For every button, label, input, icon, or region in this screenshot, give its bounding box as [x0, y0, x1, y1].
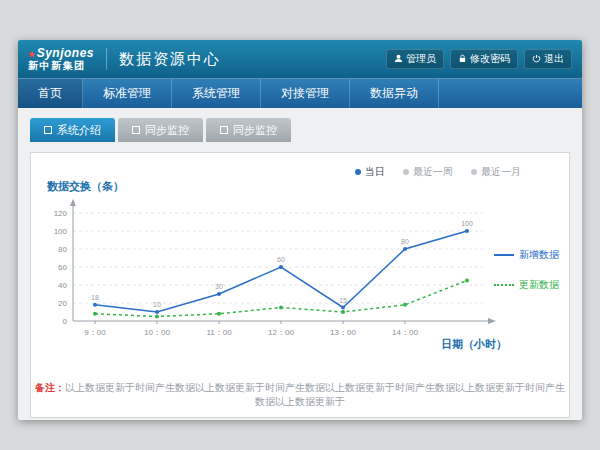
admin-button-label: 管理员 — [406, 52, 436, 66]
svg-text:40: 40 — [58, 281, 67, 290]
svg-text:14：00: 14：00 — [392, 328, 418, 337]
tab-sync-monitor-2[interactable]: 同步监控 — [206, 118, 291, 142]
series-label: 新增数据 — [519, 248, 559, 262]
footnote-text: 以上数据更新于时间产生数据以上数据更新于时间产生数据以上数据更新于时间产生数据以… — [65, 382, 565, 407]
svg-text:13：00: 13：00 — [330, 328, 356, 337]
logo-subtitle: 新中新集团 — [28, 61, 94, 71]
header-actions: 管理员 修改密码 退出 — [386, 49, 572, 69]
user-icon — [394, 54, 403, 65]
logout-label: 退出 — [544, 52, 564, 66]
period-label: 最近一周 — [413, 165, 453, 179]
change-password-label: 修改密码 — [470, 52, 510, 66]
svg-text:20: 20 — [58, 299, 67, 308]
grid-icon — [44, 126, 52, 134]
series-legend: 新增数据 更新数据 — [494, 248, 559, 292]
series-label: 更新数据 — [519, 278, 559, 292]
logo: ★Synjones 新中新集团 — [28, 47, 94, 71]
logo-star-icon: ★ — [28, 50, 36, 59]
dotted-line-icon — [494, 284, 514, 286]
svg-text:0: 0 — [63, 317, 68, 326]
tab-system-intro[interactable]: 系统介绍 — [30, 118, 115, 142]
app-header: ★Synjones 新中新集团 数据资源中心 管理员 修改密码 退出 — [18, 40, 582, 78]
nav-item-connect-mgmt[interactable]: 对接管理 — [261, 79, 350, 108]
power-icon — [532, 54, 541, 65]
tab-sync-monitor-1[interactable]: 同步监控 — [118, 118, 203, 142]
legend-dot-icon — [403, 169, 409, 175]
lock-icon — [458, 54, 467, 65]
period-legend: 当日 最近一周 最近一月 — [355, 165, 521, 179]
svg-text:30: 30 — [215, 283, 223, 290]
admin-button[interactable]: 管理员 — [386, 49, 444, 69]
nav-item-data-changes[interactable]: 数据异动 — [350, 79, 439, 108]
legend-item-updated-data[interactable]: 更新数据 — [494, 278, 559, 292]
legend-item-new-data[interactable]: 新增数据 — [494, 248, 559, 262]
y-axis-title: 数据交换（条） — [47, 179, 124, 194]
legend-dot-icon — [355, 169, 361, 175]
x-axis-title: 日期（小时） — [441, 337, 507, 352]
nav-item-home[interactable]: 首页 — [18, 79, 83, 108]
svg-text:12：00: 12：00 — [268, 328, 294, 337]
solid-line-icon — [494, 254, 514, 256]
app-window: ★Synjones 新中新集团 数据资源中心 管理员 修改密码 退出 首页 标准… — [18, 40, 582, 420]
tab-bar: 系统介绍 同步监控 同步监控 — [30, 118, 570, 142]
svg-text:18: 18 — [91, 294, 99, 301]
svg-text:10: 10 — [153, 301, 161, 308]
main-nav: 首页 标准管理 系统管理 对接管理 数据异动 — [18, 78, 582, 108]
svg-text:100: 100 — [461, 220, 473, 227]
grid-icon — [220, 126, 228, 134]
content-area: 系统介绍 同步监控 同步监控 当日 最近一周 — [18, 118, 582, 420]
svg-text:80: 80 — [58, 245, 67, 254]
nav-item-standard-mgmt[interactable]: 标准管理 — [83, 79, 172, 108]
tab-label: 同步监控 — [233, 123, 277, 138]
period-option-week[interactable]: 最近一周 — [403, 165, 453, 179]
logo-text: Synjones — [37, 46, 94, 60]
period-option-today[interactable]: 当日 — [355, 165, 385, 179]
svg-text:120: 120 — [54, 209, 68, 218]
change-password-button[interactable]: 修改密码 — [450, 49, 518, 69]
period-label: 当日 — [365, 165, 385, 179]
tab-label: 同步监控 — [145, 123, 189, 138]
svg-text:100: 100 — [54, 227, 68, 236]
period-label: 最近一月 — [481, 165, 521, 179]
grid-icon — [132, 126, 140, 134]
svg-text:60: 60 — [277, 256, 285, 263]
svg-text:60: 60 — [58, 263, 67, 272]
line-chart: 0204060801001209：0010：0011：0012：0013：001… — [37, 193, 517, 343]
svg-text:11：00: 11：00 — [206, 328, 232, 337]
nav-item-system-mgmt[interactable]: 系统管理 — [172, 79, 261, 108]
legend-dot-icon — [471, 169, 477, 175]
footnote-prefix: 备注： — [35, 382, 65, 393]
footnote: 备注：以上数据更新于时间产生数据以上数据更新于时间产生数据以上数据更新于时间产生… — [31, 381, 569, 409]
svg-text:10：00: 10：00 — [144, 328, 170, 337]
header-divider — [106, 48, 107, 70]
logo-name: ★Synjones — [28, 47, 94, 59]
tab-label: 系统介绍 — [57, 123, 101, 138]
period-option-month[interactable]: 最近一月 — [471, 165, 521, 179]
svg-text:80: 80 — [401, 238, 409, 245]
logout-button[interactable]: 退出 — [524, 49, 572, 69]
chart-panel: 当日 最近一周 最近一月 数据交换（条） 0204060801001209：00… — [30, 152, 570, 418]
svg-text:15: 15 — [339, 297, 347, 304]
page-title: 数据资源中心 — [119, 50, 221, 69]
svg-text:9：00: 9：00 — [84, 328, 106, 337]
